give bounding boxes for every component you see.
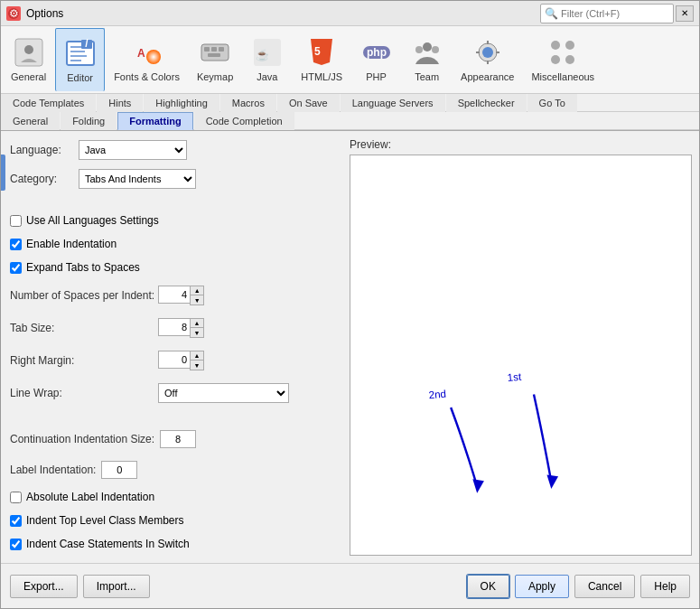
tab-code-templates[interactable]: Code Templates (1, 94, 96, 112)
tab-size-row: Tab Size: ▲ ▼ (10, 318, 333, 338)
indent-top-level-label[interactable]: Indent Top Level Class Members (26, 514, 184, 527)
enable-indentation-checkbox[interactable] (10, 239, 22, 250)
svg-rect-15 (211, 47, 217, 52)
spaces-per-indent-input-wrap: ▲ ▼ (158, 286, 204, 305)
language-select[interactable]: Java (79, 140, 187, 160)
right-margin-label: Right Margin: (10, 354, 154, 367)
language-row: Language: Java (10, 140, 333, 160)
label-indent-label: Label Indentation: (10, 464, 96, 476)
right-margin-spinners: ▲ ▼ (190, 351, 204, 370)
tab-go-to[interactable]: Go To (527, 94, 577, 112)
html-js-icon: 5 (305, 36, 338, 69)
tab-size-up[interactable]: ▲ (191, 319, 203, 328)
right-margin-up[interactable]: ▲ (191, 351, 203, 361)
general-icon (13, 36, 45, 69)
indent-case-checkbox[interactable] (10, 539, 22, 550)
toolbar-editor[interactable]: / Editor (55, 28, 105, 91)
enable-indentation-label[interactable]: Enable Indentation (26, 238, 117, 250)
absolute-label-indent-row: Absolute Label Indentation (10, 491, 333, 503)
tab-folding[interactable]: Folding (61, 112, 117, 130)
search-input[interactable] (561, 8, 669, 19)
indent-top-level-checkbox[interactable] (10, 515, 22, 527)
category-select[interactable]: Tabs And Indents (79, 169, 196, 189)
tab-on-save[interactable]: On Save (277, 94, 340, 112)
tabs-row-2: General Folding Formatting Code Completi… (1, 112, 699, 130)
svg-text:php: php (367, 46, 387, 59)
help-button[interactable]: Help (640, 575, 690, 598)
svg-text:☕: ☕ (256, 48, 269, 61)
use-all-languages-row: Use All Languages Settings (10, 214, 333, 227)
window-title: Options (26, 7, 63, 20)
svg-point-26 (432, 46, 439, 53)
toolbar-appearance-label: Appearance (461, 71, 514, 82)
apply-button[interactable]: Apply (515, 575, 569, 598)
preview-label: Preview: (350, 138, 692, 151)
use-all-languages-checkbox[interactable] (10, 215, 22, 227)
absolute-label-indent-label[interactable]: Absolute Label Indentation (26, 491, 154, 503)
svg-point-35 (551, 55, 560, 64)
tab-size-input[interactable] (158, 318, 190, 336)
right-margin-input[interactable] (158, 351, 190, 369)
toolbar-php[interactable]: php PHP (351, 28, 401, 91)
cont-indent-input[interactable] (160, 430, 196, 448)
toolbar-java[interactable]: ☕ Java (242, 28, 292, 91)
toolbar-general[interactable]: General (3, 28, 54, 91)
spaces-per-indent-up[interactable]: ▲ (191, 286, 203, 295)
absolute-label-indent-checkbox[interactable] (10, 492, 22, 503)
spaces-per-indent-down[interactable]: ▼ (191, 295, 203, 304)
search-bar[interactable]: 🔍 (540, 4, 674, 23)
line-wrap-row: Line Wrap: Off On Words (10, 383, 333, 403)
expand-tabs-checkbox[interactable] (10, 262, 22, 274)
svg-text:A: A (137, 47, 145, 60)
indent-case-label[interactable]: Indent Case Statements In Switch (26, 538, 190, 550)
search-icon: 🔍 (545, 7, 558, 20)
tab-macros[interactable]: Macros (220, 94, 276, 112)
right-panel: Preview: 2nd 1st (342, 131, 699, 563)
tab-formatting[interactable]: Formatting (117, 112, 192, 130)
export-button[interactable]: Export... (10, 575, 78, 598)
toolbar-keymap[interactable]: Keymap (189, 28, 241, 91)
ok-button[interactable]: OK (467, 575, 509, 598)
svg-rect-16 (219, 47, 224, 52)
toolbar-fonts-colors[interactable]: A Fonts & Colors (106, 28, 188, 91)
right-margin-down[interactable]: ▼ (191, 361, 203, 370)
expand-tabs-label[interactable]: Expand Tabs to Spaces (26, 261, 140, 274)
tab-highlighting[interactable]: Highlighting (144, 94, 219, 112)
fonts-colors-icon: A (131, 36, 163, 69)
spaces-per-indent-input[interactable] (158, 286, 190, 304)
toolbar-html-js[interactable]: 5 HTML/JS (293, 28, 350, 91)
right-margin-input-wrap: ▲ ▼ (158, 351, 204, 370)
tab-code-completion[interactable]: Code Completion (194, 112, 294, 130)
use-all-languages-label[interactable]: Use All Languages Settings (26, 214, 159, 227)
line-wrap-select[interactable]: Off On Words (158, 383, 289, 403)
language-label: Language: (10, 144, 73, 156)
line-wrap-label: Line Wrap: (10, 387, 154, 399)
cont-indent-label: Continuation Indentation Size: (10, 433, 154, 445)
tab-size-label: Tab Size: (10, 322, 154, 334)
tab-general[interactable]: General (1, 112, 60, 130)
title-bar-buttons: 🔍 ✕ (540, 4, 694, 23)
cancel-button[interactable]: Cancel (574, 575, 635, 598)
svg-point-24 (423, 42, 432, 52)
tab-size-input-wrap: ▲ ▼ (158, 318, 204, 338)
tab-size-down[interactable]: ▼ (191, 328, 203, 337)
close-button[interactable]: ✕ (676, 5, 694, 22)
import-button[interactable]: Import... (83, 575, 150, 598)
toolbar-html-js-label: HTML/JS (301, 71, 342, 82)
toolbar-team-label: Team (415, 71, 439, 82)
left-panel: Language: Java Category: Tabs And Indent… (1, 131, 342, 563)
bottom-right-buttons: OK Apply Cancel Help (467, 575, 690, 598)
team-icon (411, 36, 443, 69)
toolbar-appearance[interactable]: Appearance (453, 28, 522, 91)
spaces-per-indent-spinners: ▲ ▼ (190, 286, 204, 305)
toolbar-general-label: General (11, 71, 46, 82)
toolbar-miscellaneous[interactable]: Miscellaneous (523, 28, 602, 91)
tab-spellchecker[interactable]: Spellchecker (446, 94, 527, 112)
tab-hints[interactable]: Hints (97, 94, 143, 112)
svg-rect-13 (201, 44, 229, 61)
tab-language-servers[interactable]: Language Servers (341, 94, 445, 112)
label-indent-input[interactable] (101, 461, 137, 479)
spaces-per-indent-label: Number of Spaces per Indent: (10, 289, 154, 302)
toolbar-miscellaneous-label: Miscellaneous (531, 71, 594, 82)
toolbar-team[interactable]: Team (402, 28, 452, 91)
